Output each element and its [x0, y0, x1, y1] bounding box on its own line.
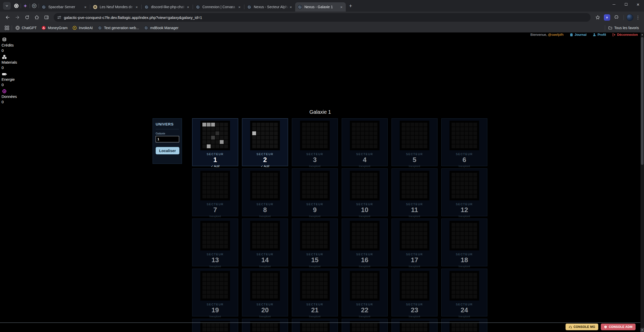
sector-card[interactable]: SECTEUR14Inexploré — [242, 219, 288, 266]
window-close-button[interactable]: × — [632, 0, 644, 9]
forward-button[interactable] — [13, 13, 22, 22]
sector-status: Inexploré — [458, 215, 470, 218]
sector-card[interactable]: SECTEUR15Inexploré — [292, 219, 338, 266]
bookmark-item[interactable]: MoneyGram — [39, 24, 70, 31]
journal-link[interactable]: Journal — [570, 33, 586, 37]
tab-search-button[interactable] — [3, 2, 11, 10]
sector-card[interactable]: SECTEUR28Inexploré — [342, 319, 388, 332]
scroll-down-button[interactable]: ▼ — [640, 328, 644, 332]
sector-label: SECTEUR — [406, 303, 423, 306]
bookmark-item[interactable]: mdBook Manager — [142, 24, 181, 31]
console-mg-button[interactable]: CONSOLE MG — [566, 324, 598, 330]
logout-link[interactable]: Déconnexion — [612, 33, 638, 37]
pinned-tab-openai[interactable] — [12, 2, 20, 10]
sector-card[interactable]: SECTEUR30Inexploré — [441, 319, 487, 332]
sector-status: Inexploré — [209, 265, 221, 268]
side-panel-button[interactable] — [42, 13, 51, 22]
back-button[interactable] — [3, 13, 12, 22]
sector-card[interactable]: SECTEUR19Inexploré — [192, 269, 238, 316]
mini-cell — [207, 127, 211, 131]
reload-button[interactable] — [22, 13, 32, 22]
extension-button[interactable] — [604, 14, 610, 21]
tab[interactable]: Spacebar Server× — [39, 2, 90, 12]
mini-cell — [410, 223, 414, 227]
mini-cell — [452, 131, 455, 135]
mini-cell — [423, 245, 427, 248]
apps-grid-button[interactable] — [3, 24, 11, 32]
tab[interactable]: discord-like-php-chat-7262.dev× — [142, 2, 192, 12]
sector-card[interactable]: SECTEUR23Inexploré — [392, 269, 438, 316]
mini-cell — [356, 177, 360, 181]
sector-card[interactable]: SECTEUR22Inexploré — [342, 269, 388, 316]
sector-card[interactable]: SECTEUR6Inexploré — [441, 118, 487, 166]
tab-close-button[interactable]: × — [339, 5, 344, 9]
tab-active[interactable]: Nexus - Galaxie 1× — [295, 2, 346, 12]
tab[interactable]: Les Neuf Mondes de la Mytholo× — [90, 2, 141, 12]
sector-card[interactable]: SECTEUR21Inexploré — [292, 269, 338, 316]
sector-card[interactable]: SECTEUR5Inexploré — [392, 118, 438, 166]
tab-close-button[interactable]: × — [134, 5, 139, 9]
browser-menu-button[interactable]: ⋮ — [635, 15, 641, 20]
extensions-puzzle-button[interactable] — [612, 13, 621, 22]
pinned-tab-gemini[interactable] — [21, 2, 29, 10]
sector-card[interactable]: SECTEUR1✓ Actif — [192, 118, 238, 166]
url-bar[interactable]: galactic-pve-conquest-c7fe.dev.flatlogic… — [54, 13, 591, 22]
scroll-up-button[interactable]: ▲ — [640, 32, 644, 37]
window-minimize-button[interactable] — [608, 0, 620, 9]
bookmark-item[interactable]: ChatGPT — [13, 24, 39, 31]
mini-cell — [324, 144, 328, 148]
sector-card[interactable]: SECTEUR4Inexploré — [342, 118, 388, 166]
tab[interactable]: Connexion | Corvara× — [193, 2, 244, 12]
mini-cell — [410, 194, 414, 198]
sector-card[interactable]: SECTEUR11Inexploré — [392, 168, 438, 216]
sector-card[interactable]: SECTEUR3Inexploré — [292, 118, 338, 166]
new-tab-button[interactable]: + — [347, 2, 354, 10]
tab[interactable]: Nexus - Secteur Alpha [G1]× — [245, 2, 295, 12]
sector-card[interactable]: SECTEUR26Inexploré — [242, 319, 288, 332]
sector-card[interactable]: SECTEUR27Inexploré — [292, 319, 338, 332]
sector-card[interactable]: SECTEUR25Inexploré — [192, 319, 238, 332]
mini-cell — [352, 123, 356, 127]
sector-card[interactable]: SECTEUR9Inexploré — [292, 168, 338, 216]
all-bookmarks-button[interactable]: Tous les favoris — [606, 26, 641, 30]
mini-cell — [257, 323, 260, 327]
sector-card[interactable]: SECTEUR10Inexploré — [342, 168, 388, 216]
bookmark-item[interactable]: InvokeAI — [70, 24, 95, 31]
mini-cell — [415, 181, 419, 185]
sector-card[interactable]: SECTEUR18Inexploré — [441, 219, 487, 266]
tab-close-button[interactable]: × — [83, 5, 88, 9]
galaxie-input[interactable] — [156, 136, 179, 142]
sector-card[interactable]: SECTEUR13Inexploré — [192, 219, 238, 266]
sector-card[interactable]: SECTEUR12Inexploré — [441, 168, 487, 216]
sector-card[interactable]: SECTEUR20Inexploré — [242, 269, 288, 316]
bookmark-star-button[interactable] — [593, 13, 602, 22]
mini-cell — [352, 173, 356, 177]
sector-card[interactable]: SECTEUR7Inexploré — [192, 168, 238, 216]
home-button[interactable] — [32, 13, 41, 22]
sector-card[interactable]: SECTEUR8Inexploré — [242, 168, 288, 216]
tab-close-button[interactable]: × — [237, 5, 242, 9]
sector-card[interactable]: SECTEUR2✓ Actif — [242, 118, 288, 166]
mini-cell — [423, 131, 427, 135]
scroll-thumb[interactable] — [641, 37, 643, 165]
sector-card[interactable]: SECTEUR17Inexploré — [392, 219, 438, 266]
bookmark-item[interactable]: Text generation web... — [95, 24, 142, 31]
mini-cell — [415, 227, 419, 231]
console-adm-button[interactable]: CONSOLE ADM — [601, 324, 636, 330]
sector-card[interactable]: SECTEUR29Inexploré — [392, 319, 438, 332]
tab-close-button[interactable]: × — [186, 5, 190, 9]
window-maximize-button[interactable] — [620, 0, 632, 9]
sector-number: 3 — [313, 156, 317, 164]
mini-cell — [456, 194, 460, 198]
page-scrollbar[interactable]: ▲ ▼ — [640, 32, 644, 332]
mini-cell — [211, 323, 215, 327]
localiser-button[interactable]: Localiser — [156, 147, 179, 154]
pinned-tab-wordpress[interactable]: W — [30, 2, 38, 10]
mini-cell — [352, 290, 356, 294]
mini-cell — [257, 131, 260, 135]
sector-card[interactable]: SECTEUR24Inexploré — [441, 269, 487, 316]
tab-close-button[interactable]: × — [289, 5, 293, 9]
profile-avatar[interactable] — [626, 14, 633, 21]
sector-card[interactable]: SECTEUR16Inexploré — [342, 219, 388, 266]
profil-link[interactable]: Profil — [593, 33, 606, 37]
